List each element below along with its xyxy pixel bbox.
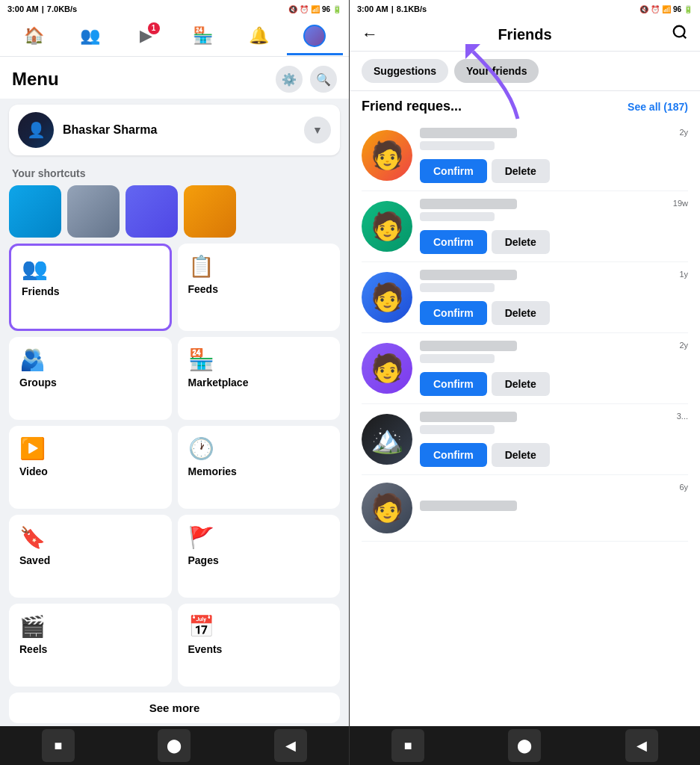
- confirm-button-1[interactable]: Confirm: [420, 159, 487, 183]
- confirm-button-5[interactable]: Confirm: [420, 443, 487, 467]
- meta-blur-bar-2: [420, 212, 495, 221]
- marketplace-nav-icon: 🏪: [193, 26, 213, 46]
- profile-avatar-nav: [303, 25, 326, 47]
- tab-your-friends[interactable]: Your friends: [454, 59, 539, 83]
- confirm-button-2[interactable]: Confirm: [420, 230, 487, 254]
- nav-profile[interactable]: [287, 19, 343, 55]
- groups-icon: 🫂: [19, 347, 161, 372]
- request-item-2: 🧑 Confirm Delete 19w: [362, 191, 688, 262]
- chevron-down-icon: ▼: [312, 124, 323, 136]
- menu-events-label: Events: [188, 643, 330, 655]
- triangle-icon: ◀: [285, 737, 296, 754]
- nav-watch[interactable]: ▶ 1: [118, 19, 174, 55]
- menu-grid: 👥 Friends 📋 Feeds 🫂 Groups 🏪 Marketplace…: [0, 244, 349, 687]
- friends-search-button[interactable]: [672, 24, 688, 45]
- menu-item-video[interactable]: ▶️ Video: [9, 426, 172, 509]
- r-back-button[interactable]: ◀: [625, 729, 658, 762]
- shortcut-1[interactable]: [9, 185, 61, 238]
- shortcut-4[interactable]: [184, 185, 236, 238]
- left-bottom-nav: ■ ⬤ ◀: [0, 726, 349, 765]
- request-avatar-2: 🧑: [362, 201, 412, 252]
- confirm-button-4[interactable]: Confirm: [420, 372, 487, 396]
- menu-item-events[interactable]: 📅 Events: [178, 604, 341, 687]
- menu-item-memories[interactable]: 🕐 Memories: [178, 426, 341, 509]
- avatar-person-5: 🏔️: [362, 414, 412, 465]
- circle-button[interactable]: ⬤: [158, 729, 191, 762]
- avatar-person-4: 🧑: [362, 343, 412, 394]
- name-blur-6: [420, 501, 688, 511]
- left-panel: 3:00 AM | 7.0KB/s 🔇 ⏰ 📶 96 🔋 🏠 👥 ▶ 1 🏪 🔔: [0, 0, 350, 765]
- menu-groups-label: Groups: [19, 377, 161, 388]
- shortcut-3[interactable]: [126, 185, 178, 238]
- right-sep: |: [391, 4, 394, 13]
- name-blur-2: [420, 199, 688, 221]
- profile-row[interactable]: 👤 Bhaskar Sharma ▼: [9, 105, 340, 155]
- menu-item-pages[interactable]: 🚩 Pages: [178, 515, 341, 598]
- square-button[interactable]: ■: [42, 729, 75, 762]
- see-all-link[interactable]: See all (187): [628, 101, 688, 113]
- request-item-4: 🧑 Confirm Delete 2y: [362, 333, 688, 404]
- mute-icon: 🔇: [288, 5, 297, 13]
- menu-item-friends[interactable]: 👥 Friends: [9, 244, 172, 331]
- settings-button[interactable]: ⚙️: [276, 66, 303, 93]
- nav-home[interactable]: 🏠: [6, 19, 62, 55]
- see-more-button[interactable]: See more: [9, 693, 340, 723]
- name-blur-bar-3: [420, 270, 517, 280]
- name-blur-5: [420, 412, 688, 434]
- request-avatar-4: 🧑: [362, 343, 412, 394]
- meta-blur-bar-3: [420, 283, 495, 292]
- menu-reels-label: Reels: [19, 643, 161, 655]
- bell-icon: 🔔: [249, 26, 269, 46]
- r-square-button[interactable]: ■: [391, 729, 424, 762]
- requests-list: 🧑 Confirm Delete 2y 🧑: [350, 120, 700, 726]
- r-circle-button[interactable]: ⬤: [508, 729, 541, 762]
- circle-icon: ⬤: [167, 737, 182, 754]
- events-icon: 📅: [188, 614, 330, 639]
- nav-friends[interactable]: 👥: [62, 19, 118, 55]
- menu-item-reels[interactable]: 🎬 Reels: [9, 604, 172, 687]
- request-item-5: 🏔️ Confirm Delete 3...: [362, 404, 688, 475]
- delete-button-4[interactable]: Delete: [492, 372, 550, 396]
- menu-memories-label: Memories: [188, 465, 330, 477]
- tabs-container: Suggestions Your friends: [350, 52, 700, 91]
- menu-header: Menu ⚙️ 🔍: [0, 57, 349, 99]
- menu-item-feeds[interactable]: 📋 Feeds: [178, 244, 341, 331]
- back-button[interactable]: ←: [362, 25, 378, 44]
- home-icon: 🏠: [24, 26, 44, 46]
- shortcut-2[interactable]: [67, 185, 120, 238]
- menu-item-marketplace[interactable]: 🏪 Marketplace: [178, 337, 341, 420]
- menu-item-groups[interactable]: 🫂 Groups: [9, 337, 172, 420]
- confirm-button-3[interactable]: Confirm: [420, 301, 487, 325]
- back-triangle-button[interactable]: ◀: [274, 729, 307, 762]
- alarm-icon-r: ⏰: [651, 5, 660, 13]
- right-bottom-nav: ■ ⬤ ◀: [350, 726, 700, 765]
- request-actions-4: Confirm Delete: [420, 372, 688, 396]
- left-time: 3:00 AM: [7, 4, 39, 13]
- battery-icon: 🔋: [332, 5, 341, 13]
- menu-item-saved[interactable]: 🔖 Saved: [9, 515, 172, 598]
- saved-icon: 🔖: [19, 525, 161, 550]
- delete-button-5[interactable]: Delete: [492, 443, 550, 467]
- pages-icon: 🚩: [188, 525, 330, 550]
- name-blur-bar-4: [420, 341, 517, 351]
- delete-button-2[interactable]: Delete: [492, 230, 550, 254]
- request-actions-2: Confirm Delete: [420, 230, 688, 254]
- delete-button-1[interactable]: Delete: [492, 159, 550, 183]
- tab-suggestions[interactable]: Suggestions: [362, 59, 448, 83]
- battery-val: 96: [322, 5, 330, 13]
- signal-icon-r: 📶: [662, 5, 671, 13]
- friends-title: Friends: [387, 26, 663, 43]
- request-time-4: 2y: [679, 341, 688, 350]
- search-button[interactable]: 🔍: [310, 66, 337, 93]
- request-item-3: 🧑 Confirm Delete 1y: [362, 262, 688, 333]
- profile-dropdown-button[interactable]: ▼: [304, 117, 331, 143]
- nav-marketplace[interactable]: 🏪: [175, 19, 231, 55]
- delete-button-3[interactable]: Delete: [492, 301, 550, 325]
- request-time-6: 6y: [679, 483, 688, 492]
- friends-tabs: Suggestions Your friends: [350, 52, 700, 91]
- battery-r: 96: [673, 5, 681, 13]
- memories-icon: 🕐: [188, 436, 330, 461]
- request-avatar-1: 🧑: [362, 130, 412, 181]
- nav-bell[interactable]: 🔔: [231, 19, 287, 55]
- meta-blur-bar-4: [420, 354, 495, 363]
